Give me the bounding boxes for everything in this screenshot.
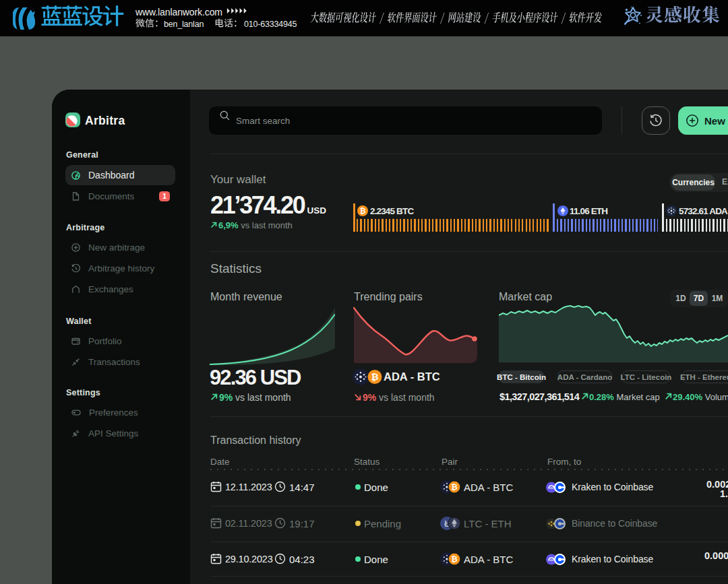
svg-text:₿: ₿ xyxy=(451,555,457,563)
svg-text:₿: ₿ xyxy=(451,483,457,491)
svg-text:₿: ₿ xyxy=(371,372,378,382)
svg-text:₿: ₿ xyxy=(360,207,366,215)
